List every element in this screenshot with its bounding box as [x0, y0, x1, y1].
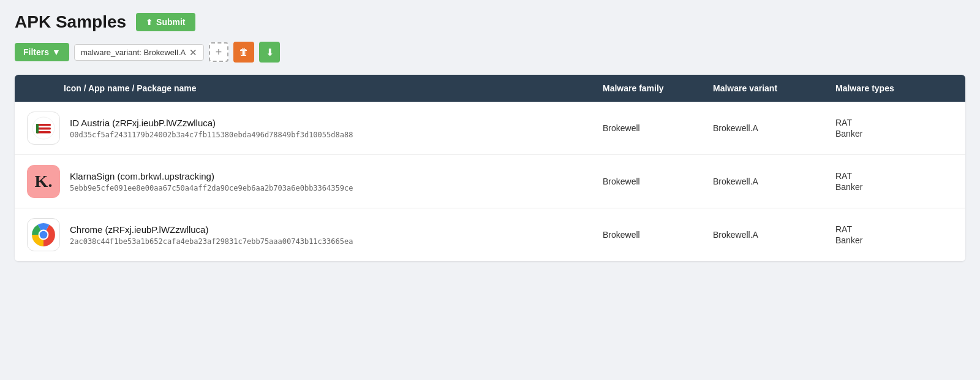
- delete-button[interactable]: 🗑: [233, 42, 254, 63]
- klarna-letter: K.: [35, 172, 53, 191]
- app-hash: 2ac038c44f1be53a1b652cafa4eba23af29831c7…: [70, 237, 353, 246]
- filters-label: Filters: [23, 47, 49, 57]
- filter-tag: malware_variant: Brokewell.A ✕: [74, 44, 204, 61]
- upload-icon: ⬆: [146, 18, 153, 27]
- app-icon-chrome: [27, 218, 60, 251]
- svg-point-8: [40, 231, 48, 239]
- add-filter-button[interactable]: +: [209, 42, 228, 62]
- table-row: Chrome (zRFxj.ieubP.lWZzwlluca) 2ac038c4…: [15, 208, 965, 261]
- app-name: Chrome (zRFxj.ieubP.lWZzwlluca): [70, 224, 353, 235]
- app-icon-id-austria: [27, 112, 60, 145]
- malware-type-rat: RAT: [835, 171, 948, 181]
- col-header-variant: Malware variant: [708, 83, 831, 93]
- app-hash: 00d35cf5af2431179b24002b3a4c7fb115380ebd…: [70, 131, 353, 139]
- malware-variant: Brokewell.A: [708, 123, 831, 133]
- filter-remove-icon[interactable]: ✕: [189, 48, 197, 57]
- download-icon: ⬇: [266, 47, 274, 58]
- id-austria-svg: [31, 116, 56, 140]
- app-info: ID Austria (zRFxj.ieubP.lWZzwlluca) 00d3…: [70, 118, 353, 139]
- app-name: KlarnaSign (com.brkwl.upstracking): [70, 171, 353, 181]
- page-title: APK Samples: [15, 12, 126, 32]
- malware-family: Brokewell: [598, 123, 708, 133]
- malware-type-banker: Banker: [835, 182, 948, 192]
- app-hash: 5ebb9e5cfe091ee8e00aa67c50a4aff2da90ce9e…: [70, 184, 353, 192]
- app-info: Chrome (zRFxj.ieubP.lWZzwlluca) 2ac038c4…: [70, 224, 353, 246]
- malware-family: Brokewell: [598, 177, 708, 186]
- malware-type-banker: Banker: [835, 129, 948, 139]
- filter-row: Filters ▼ malware_variant: Brokewell.A ✕…: [15, 42, 965, 63]
- col-header-app: Icon / App name / Package name: [27, 83, 598, 93]
- download-button[interactable]: ⬇: [259, 42, 280, 63]
- app-cell: K. KlarnaSign (com.brkwl.upstracking) 5e…: [27, 165, 598, 198]
- malware-variant: Brokewell.A: [708, 177, 831, 186]
- samples-table: Icon / App name / Package name Malware f…: [15, 75, 965, 261]
- col-header-types: Malware types: [831, 83, 953, 93]
- malware-type-banker: Banker: [835, 235, 948, 245]
- trash-icon: 🗑: [239, 47, 249, 58]
- header-row: APK Samples ⬆ Submit: [15, 12, 965, 32]
- malware-types: RAT Banker: [831, 224, 953, 245]
- plus-icon: +: [216, 46, 222, 59]
- app-info: KlarnaSign (com.brkwl.upstracking) 5ebb9…: [70, 171, 353, 192]
- submit-button[interactable]: ⬆ Submit: [136, 13, 195, 31]
- malware-type-rat: RAT: [835, 118, 948, 127]
- page-container: APK Samples ⬆ Submit Filters ▼ malware_v…: [0, 0, 980, 380]
- filters-button[interactable]: Filters ▼: [15, 43, 69, 61]
- chevron-down-icon: ▼: [52, 47, 61, 57]
- malware-types: RAT Banker: [831, 118, 953, 139]
- app-icon-klarna: K.: [27, 165, 60, 198]
- svg-rect-4: [36, 124, 39, 134]
- table-row: K. KlarnaSign (com.brkwl.upstracking) 5e…: [15, 155, 965, 208]
- col-header-family: Malware family: [598, 83, 708, 93]
- table-header: Icon / App name / Package name Malware f…: [15, 75, 965, 102]
- app-cell: Chrome (zRFxj.ieubP.lWZzwlluca) 2ac038c4…: [27, 218, 598, 251]
- chrome-svg: [31, 222, 56, 248]
- malware-family: Brokewell: [598, 230, 708, 240]
- malware-variant: Brokewell.A: [708, 230, 831, 240]
- app-cell: ID Austria (zRFxj.ieubP.lWZzwlluca) 00d3…: [27, 112, 598, 145]
- app-name: ID Austria (zRFxj.ieubP.lWZzwlluca): [70, 118, 353, 128]
- table-row: ID Austria (zRFxj.ieubP.lWZzwlluca) 00d3…: [15, 102, 965, 155]
- submit-label: Submit: [156, 17, 185, 27]
- malware-types: RAT Banker: [831, 171, 953, 192]
- filter-tag-text: malware_variant: Brokewell.A: [81, 48, 186, 57]
- malware-type-rat: RAT: [835, 224, 948, 234]
